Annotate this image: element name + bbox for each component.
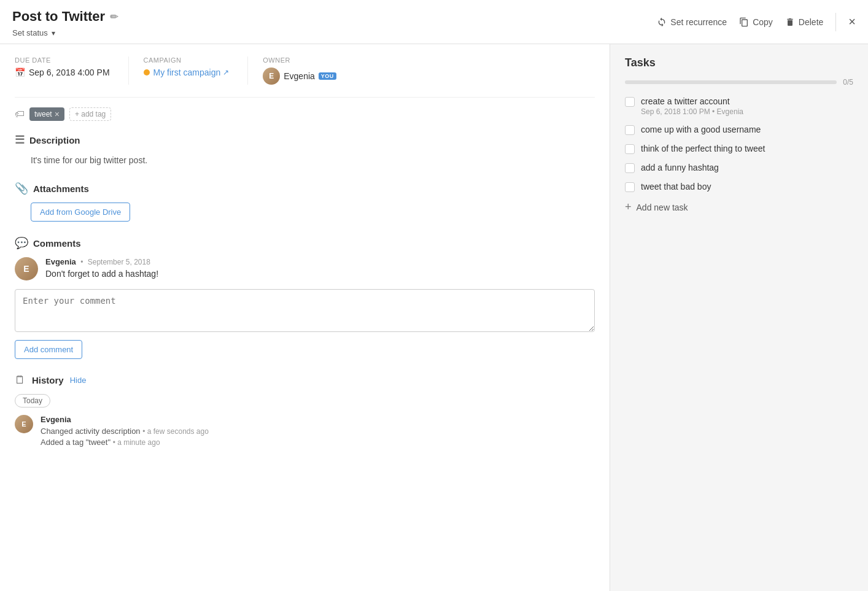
owner-field: Owner E Evgenia YOU: [247, 56, 355, 85]
history-label: History: [32, 375, 64, 385]
delete-button[interactable]: Delete: [785, 17, 823, 36]
comment-text: Don't forget to add a hashtag!: [45, 269, 595, 279]
owner-value: E Evgenia YOU: [263, 68, 336, 85]
edit-icon[interactable]: ✏: [110, 11, 118, 23]
history-content: Evgenia Changed activity description • a…: [41, 415, 595, 449]
right-panel: Tasks 0/5 create a twitter account Sep 6…: [610, 44, 868, 591]
owner-label: Owner: [263, 56, 336, 64]
history-avatar: E: [15, 415, 33, 433]
history-time-1: • a few seconds ago: [142, 427, 209, 436]
task-content-1: create a twitter account Sep 6, 2018 1:0…: [641, 96, 853, 116]
header-divider: [835, 13, 836, 31]
set-recurrence-button[interactable]: Set recurrence: [657, 17, 727, 36]
task-content-5: tweet that bad boy: [641, 182, 853, 191]
task-name-5: tweet that bad boy: [641, 182, 853, 191]
header-left: Post to Twitter ✏ Set status ▾: [12, 9, 118, 44]
history-hide-button[interactable]: Hide: [70, 376, 87, 385]
task-name-1: create a twitter account: [641, 96, 853, 106]
page-title: Post to Twitter: [12, 9, 105, 25]
calendar-icon: 📅: [15, 68, 25, 77]
tag-remove-button[interactable]: ×: [55, 109, 60, 119]
progress-bar-background: [625, 80, 837, 84]
due-date-field: Due date 📅 Sep 6, 2018 4:00 PM: [15, 56, 128, 85]
description-label: Description: [29, 135, 80, 145]
comment-avatar: E: [15, 257, 38, 280]
task-content-4: add a funny hashtag: [641, 163, 853, 172]
title-row: Post to Twitter ✏: [12, 9, 118, 25]
task-name-2: come up with a good username: [641, 125, 853, 134]
comments-label: Comments: [33, 238, 81, 249]
attachments-heading: 📎 Attachments: [15, 182, 595, 195]
description-section: ☰ Description It's time for our big twit…: [15, 133, 595, 167]
header: Post to Twitter ✏ Set status ▾ Set recur…: [0, 0, 868, 44]
copy-button[interactable]: Copy: [739, 17, 773, 36]
task-checkbox-4[interactable]: [625, 163, 635, 173]
set-status-label: Set status: [12, 28, 48, 37]
tag-label: tweet: [34, 110, 52, 118]
due-date-value: 📅 Sep 6, 2018 4:00 PM: [15, 68, 110, 77]
comment-input[interactable]: [15, 289, 595, 332]
tasks-title: Tasks: [625, 56, 853, 69]
campaign-field: Campaign My first campaign ↗: [128, 56, 248, 85]
description-heading: ☰ Description: [15, 133, 595, 147]
recurrence-icon: [657, 17, 667, 27]
set-status-button[interactable]: Set status ▾: [12, 28, 118, 37]
history-line-1: Changed activity description • a few sec…: [41, 427, 595, 436]
comments-section: 💬 Comments E Evgenia • September 5, 2018…: [15, 236, 595, 359]
task-item: create a twitter account Sep 6, 2018 1:0…: [625, 96, 853, 116]
history-header: 🗒 History Hide: [15, 374, 595, 387]
progress-count: 0/5: [843, 78, 853, 87]
attachment-icon: 📎: [15, 182, 28, 195]
tags-row: 🏷 tweet × + add tag: [15, 107, 595, 121]
add-tag-button[interactable]: + add tag: [69, 107, 111, 121]
task-item: come up with a good username: [625, 125, 853, 135]
progress-row: 0/5: [625, 78, 853, 87]
task-content-3: think of the perfect thing to tweet: [641, 144, 853, 153]
history-line-2: Added a tag "tweet" • a minute ago: [41, 438, 595, 447]
add-tag-label: + add tag: [75, 110, 106, 118]
task-checkbox-2[interactable]: [625, 125, 635, 135]
campaign-dot: [144, 69, 150, 75]
task-checkbox-1[interactable]: [625, 97, 635, 107]
task-content-2: come up with a good username: [641, 125, 853, 134]
task-meta-1: Sep 6, 2018 1:00 PM • Evgenia: [641, 107, 853, 116]
history-time-2: • a minute ago: [113, 438, 160, 447]
due-date-label: Due date: [15, 56, 110, 64]
add-comment-button[interactable]: Add comment: [15, 340, 82, 359]
history-action-1: Changed activity description: [41, 427, 141, 436]
comment-item: E Evgenia • September 5, 2018 Don't forg…: [15, 257, 595, 280]
history-icon: 🗒: [15, 374, 26, 387]
close-button[interactable]: ×: [848, 15, 856, 37]
history-item: E Evgenia Changed activity description •…: [15, 415, 595, 449]
comments-heading: 💬 Comments: [15, 236, 595, 250]
task-item: think of the perfect thing to tweet: [625, 144, 853, 154]
delete-icon: [785, 17, 795, 27]
header-actions: Set recurrence Copy Delete ×: [657, 13, 856, 40]
task-checkbox-5[interactable]: [625, 182, 635, 192]
comments-icon: 💬: [15, 236, 28, 250]
task-name-4: add a funny hashtag: [641, 163, 853, 172]
comment-meta: Evgenia • September 5, 2018: [45, 257, 595, 266]
left-panel: Due date 📅 Sep 6, 2018 4:00 PM Campaign …: [0, 44, 610, 591]
comment-date: September 5, 2018: [88, 258, 150, 266]
history-action-2: Added a tag "tweet": [41, 438, 110, 447]
attachments-label: Attachments: [33, 183, 89, 194]
add-from-google-drive-button[interactable]: Add from Google Drive: [31, 203, 130, 222]
campaign-label: Campaign: [144, 56, 230, 64]
add-task-label: Add new task: [637, 203, 688, 212]
task-checkbox-3[interactable]: [625, 144, 635, 154]
attachments-section: 📎 Attachments Add from Google Drive: [15, 182, 595, 222]
tag-icon: 🏷: [15, 109, 25, 120]
description-icon: ☰: [15, 133, 25, 147]
owner-badge: YOU: [319, 72, 336, 80]
history-author: Evgenia: [41, 415, 595, 424]
add-new-task-button[interactable]: + Add new task: [625, 201, 853, 214]
chevron-down-icon: ▾: [52, 29, 55, 37]
task-item: add a funny hashtag: [625, 163, 853, 173]
campaign-link[interactable]: My first campaign ↗: [153, 68, 230, 77]
meta-row: Due date 📅 Sep 6, 2018 4:00 PM Campaign …: [15, 56, 595, 98]
description-text: It's time for our big twitter post.: [31, 154, 595, 167]
comment-author: Evgenia: [45, 257, 76, 266]
close-icon: ×: [848, 15, 856, 28]
task-name-3: think of the perfect thing to tweet: [641, 144, 853, 153]
